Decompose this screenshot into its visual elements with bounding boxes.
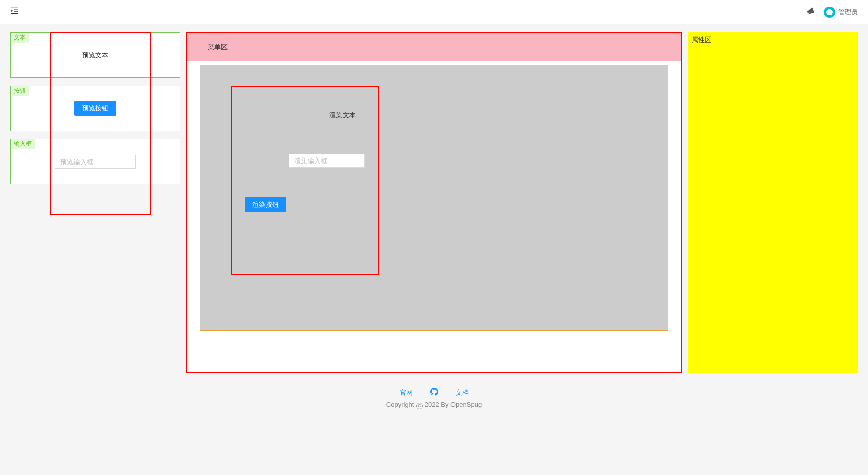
footer-link-docs[interactable]: 文档	[456, 388, 469, 398]
notification-icon[interactable]	[805, 6, 816, 18]
user-name: 管理员	[838, 8, 858, 17]
preview-input[interactable]	[55, 155, 136, 169]
footer-links: 官网 文档	[0, 388, 868, 398]
github-icon[interactable]	[430, 388, 438, 398]
component-button[interactable]: 按钮 预览按钮	[10, 86, 180, 131]
rendered-input[interactable]	[289, 154, 365, 168]
canvas-wrap: 渲染文本 渲染按钮	[187, 61, 681, 343]
rendered-text[interactable]: 渲染文本	[329, 111, 356, 120]
properties-panel: 属性区	[688, 32, 858, 373]
component-tag: 文本	[10, 32, 29, 43]
header-left	[10, 6, 19, 18]
component-palette: 文本 预览文本 按钮 预览按钮 输入框	[10, 32, 180, 373]
copyright-icon: C	[416, 403, 423, 409]
properties-title: 属性区	[692, 36, 711, 44]
avatar	[824, 7, 835, 18]
menu-toggle-icon[interactable]	[10, 6, 19, 18]
component-tag: 输入框	[10, 139, 35, 149]
menu-bar-label: 菜单区	[208, 43, 228, 52]
footer-link-site[interactable]: 官网	[400, 388, 413, 398]
header-right: 管理员	[807, 7, 858, 18]
canvas[interactable]: 渲染文本 渲染按钮	[200, 65, 668, 331]
editor-menu-bar: 菜单区	[187, 33, 681, 61]
rendered-button[interactable]: 渲染按钮	[245, 197, 286, 212]
preview-text-label: 预览文本	[82, 51, 108, 60]
main-content: 文本 预览文本 按钮 预览按钮 输入框 菜单区 渲染文本 渲染按钮 属性区	[0, 24, 868, 381]
editor-area: 菜单区 渲染文本 渲染按钮	[186, 32, 682, 373]
app-header: 管理员	[0, 0, 868, 24]
component-input[interactable]: 输入框	[10, 139, 180, 184]
component-text[interactable]: 文本 预览文本	[10, 32, 180, 78]
copyright: Copyright C 2022 By OpenSpug	[0, 401, 868, 409]
component-tag: 按钮	[10, 86, 29, 96]
preview-button[interactable]: 预览按钮	[74, 101, 116, 116]
selection-outline	[231, 86, 379, 275]
footer: 官网 文档 Copyright C 2022 By OpenSpug	[0, 381, 868, 418]
user-menu[interactable]: 管理员	[824, 7, 858, 18]
